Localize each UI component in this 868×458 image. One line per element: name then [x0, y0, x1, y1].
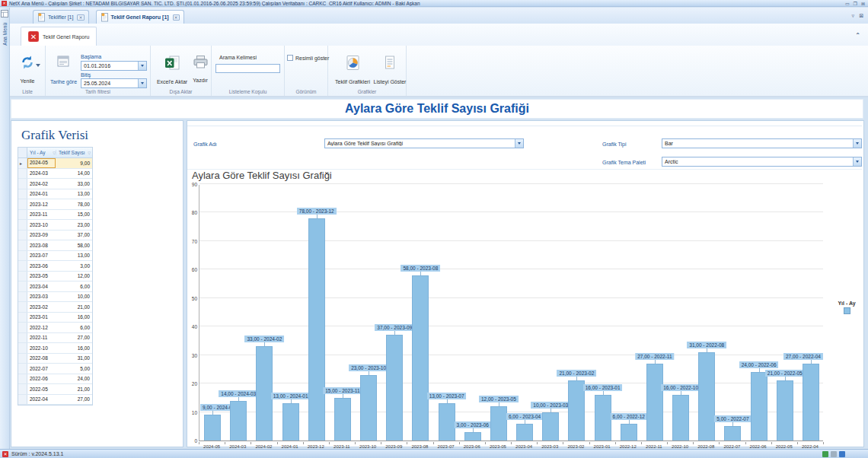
table-row[interactable]: 2023-1023,00 [18, 220, 92, 231]
refresh-button[interactable]: Yenile [10, 55, 45, 84]
baslama-date-field[interactable]: 01.01.2016 [81, 61, 147, 71]
excel-status-icon[interactable] [822, 451, 828, 457]
chevron-down-icon[interactable] [138, 79, 146, 87]
bar[interactable] [621, 424, 637, 441]
table-row[interactable]: 2022-1127,00 [18, 333, 92, 344]
pin-icon[interactable]: ▿ [852, 13, 855, 19]
bar[interactable] [334, 398, 351, 441]
grafik-adi-select[interactable]: Aylara Göre Teklif Sayısı Grafiği [324, 138, 524, 148]
bar[interactable] [282, 403, 299, 441]
table-row[interactable]: 2023-0310,00 [18, 292, 92, 303]
cell-yil-ay: 2023-07 [27, 253, 56, 258]
grafik-tema-paleti-select[interactable]: Arctic [662, 157, 862, 167]
chevron-down-icon[interactable] [853, 157, 861, 166]
bar[interactable] [698, 352, 715, 441]
bar-value-label: 27,00 - 2022-11 [635, 353, 674, 360]
table-row[interactable]: 2023-0221,00 [18, 302, 92, 313]
baslama-label: Başlama [81, 54, 101, 59]
table-row[interactable]: 2024-0314,00 [18, 169, 92, 180]
print-button[interactable]: Yazdır [190, 55, 210, 83]
grafik-tipi-select[interactable]: Bar [662, 138, 862, 148]
table-row[interactable]: 2024-0113,00 [18, 189, 92, 200]
bar[interactable] [464, 432, 481, 441]
chevron-down-icon[interactable] [515, 139, 523, 148]
table-row[interactable]: 2024-0233,00 [18, 179, 92, 189]
bar[interactable] [308, 218, 325, 441]
cell-teklif-sayisi: 27,00 [56, 335, 92, 340]
row-indicator [18, 333, 27, 343]
listeyi-goster-button[interactable]: Listeyi Göster [374, 55, 406, 84]
table-row[interactable]: 2022-0521,00 [18, 384, 92, 395]
ribbon-collapse-icon[interactable]: ⌃ [855, 32, 860, 39]
bar[interactable] [230, 401, 247, 441]
bar[interactable] [595, 395, 611, 441]
bitis-date-field[interactable]: 25.05.2024 [81, 78, 147, 88]
bar[interactable] [204, 415, 221, 441]
calendar-icon [56, 54, 71, 68]
bar-value-label: 27,00 - 2022-04 [783, 353, 823, 360]
bar[interactable] [751, 372, 767, 441]
search-input[interactable] [215, 64, 280, 73]
bar[interactable] [724, 426, 741, 441]
table-row[interactable]: 2023-0937,00 [18, 231, 92, 241]
table-row[interactable]: 2022-0624,00 [18, 374, 92, 385]
table-row[interactable]: 2022-1016,00 [18, 343, 92, 354]
bar[interactable] [386, 335, 403, 441]
dock-panel-icon[interactable] [1, 10, 8, 17]
tab-teklif-genel-raporu[interactable]: Teklif Genel Raporu [1] × [96, 10, 184, 24]
bar[interactable] [542, 412, 559, 441]
search-label: Arama Kelimesi [219, 55, 257, 60]
teklif-grafikleri-button[interactable]: Teklif Grafikleri [331, 55, 374, 84]
chart-status-icon[interactable] [839, 451, 845, 457]
table-row[interactable]: 2023-0116,00 [18, 313, 92, 323]
table-row[interactable]: 2023-1115,00 [18, 210, 92, 221]
table-row[interactable]: 2023-063,00 [18, 261, 92, 272]
excel-export-button[interactable]: Excel'e Aktar [154, 55, 190, 84]
bar[interactable] [439, 403, 455, 441]
grid-status-icon[interactable] [831, 451, 837, 457]
table-row[interactable]: 2023-046,00 [18, 281, 92, 292]
table-row[interactable]: 2022-0427,00 [18, 395, 92, 406]
minimize-icon[interactable]: ▭ [845, 1, 850, 6]
bar[interactable] [646, 364, 663, 441]
tab-teklifler[interactable]: Teklifler [1] × [33, 10, 89, 24]
table-row[interactable]: ▸2024-059,00 [18, 158, 92, 169]
table-row[interactable]: 2022-0831,00 [18, 354, 92, 364]
close-group-icon[interactable]: ⊠ [859, 13, 863, 19]
ribbon-page-tab[interactable]: ✕ Teklif Genel Raporu [21, 27, 97, 46]
filter-icon[interactable]: ▽ [88, 151, 91, 155]
table-row[interactable]: 2023-0858,00 [18, 240, 92, 251]
chevron-down-icon[interactable] [138, 62, 146, 70]
sidebar-tab-ana-menu[interactable]: Ana Menü [2, 23, 8, 46]
bar[interactable] [516, 424, 533, 441]
tab-close-icon[interactable]: × [173, 14, 180, 21]
close-icon[interactable]: ⊠ [861, 1, 865, 6]
column-header-yil-ay[interactable]: Yıl - Ay ▽ [27, 150, 56, 155]
bar[interactable] [777, 380, 793, 441]
restore-icon[interactable]: ❐ [854, 1, 857, 6]
bar[interactable] [803, 364, 819, 441]
table-row[interactable]: 2023-0713,00 [18, 251, 92, 262]
bar-value-label: 12,00 - 2023-05 [479, 396, 519, 402]
label-connector [420, 272, 421, 275]
bar-value-label: 13,00 - 2024-01 [271, 393, 311, 399]
tab-close-icon[interactable]: × [77, 14, 84, 21]
bar[interactable] [412, 275, 429, 441]
bar[interactable] [360, 375, 377, 441]
refresh-dropdown-icon[interactable] [36, 64, 40, 67]
bar[interactable] [672, 395, 689, 441]
column-header-teklif-sayisi[interactable]: Teklif Sayısı ▽ [56, 150, 92, 155]
ribbon-header: ✕ Teklif Genel Raporu ⌃ [10, 24, 868, 46]
chevron-down-icon[interactable] [853, 139, 861, 148]
label-connector [525, 420, 525, 424]
resimli-goster-checkbox[interactable] [287, 55, 293, 61]
bar-value-label: 21,00 - 2022-05 [765, 370, 805, 377]
table-row[interactable]: 2023-1278,00 [18, 199, 92, 210]
table-row[interactable]: 2022-126,00 [18, 323, 92, 333]
bar-value-label: 58,00 - 2023-08 [400, 265, 440, 272]
table-row[interactable]: 2023-0512,00 [18, 272, 92, 282]
cell-teklif-sayisi: 6,00 [56, 325, 92, 330]
bar[interactable] [490, 406, 507, 441]
panel-title: Grafik Verisi [21, 128, 88, 143]
table-row[interactable]: 2022-075,00 [18, 364, 92, 374]
